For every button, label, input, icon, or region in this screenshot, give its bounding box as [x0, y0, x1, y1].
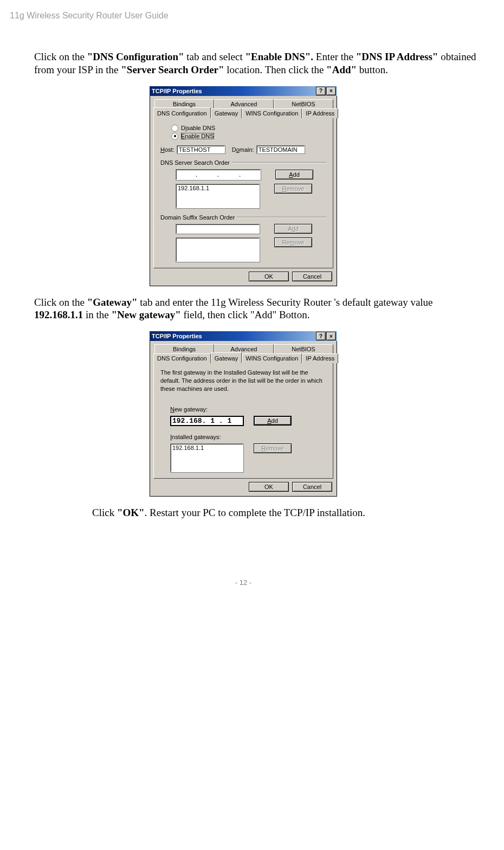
domain-input[interactable]: TESTDOMAIN: [256, 145, 305, 154]
add-button[interactable]: Add: [275, 170, 313, 179]
tab-bindings[interactable]: Bindings: [154, 344, 214, 353]
radio-icon: [171, 125, 178, 132]
text-bold: "Add": [326, 64, 357, 75]
titlebar[interactable]: TCP/IP Properties ? ×: [150, 86, 337, 96]
suffix-input[interactable]: [176, 224, 260, 234]
ok-button[interactable]: OK: [249, 482, 289, 492]
window-title: TCP/IP Properties: [152, 333, 202, 339]
dns-ip-input[interactable]: ...: [176, 169, 261, 181]
paragraph-1: Click on the "DNS Configuration" tab and…: [34, 50, 477, 76]
paragraph-3: Click "OK". Restart your PC to complete …: [92, 506, 477, 519]
text: Click: [92, 507, 117, 518]
radio-label: Enable DNS: [181, 133, 214, 139]
tab-advanced[interactable]: Advanced: [214, 99, 274, 108]
host-label: Host:: [160, 146, 175, 153]
add-button[interactable]: Add: [274, 224, 312, 234]
help-button[interactable]: ?: [316, 87, 326, 95]
text: tab and select: [184, 51, 245, 62]
radio-label: Disable DNS: [181, 125, 215, 131]
help-button[interactable]: ?: [316, 332, 326, 340]
page-header: 11g Wireless Security Router User Guide: [10, 11, 477, 21]
text-bold: "Enable DNS".: [245, 51, 313, 62]
window-title: TCP/IP Properties: [152, 88, 202, 94]
host-input[interactable]: TESTHOST: [177, 145, 225, 154]
tab-ip-address[interactable]: IP Address: [302, 353, 338, 363]
installed-gateways-list[interactable]: 192.168.1.1: [170, 443, 244, 473]
tab-wins-configuration[interactable]: WINS Configuration: [242, 353, 302, 363]
text: tab and enter the 11g Wireless Security …: [138, 297, 433, 308]
text-bold: 192.168.1.1: [34, 309, 83, 320]
radio-enable-dns[interactable]: Enable DNS: [171, 133, 326, 140]
text-bold: "Server Search Order": [121, 64, 224, 75]
close-button[interactable]: ×: [326, 332, 336, 340]
radio-disable-dns[interactable]: Disable DNS: [171, 125, 326, 132]
text-bold: "DNS Configuration": [87, 51, 184, 62]
ok-button[interactable]: OK: [249, 272, 289, 281]
close-button[interactable]: ×: [326, 87, 336, 95]
remove-button[interactable]: Remove: [274, 237, 312, 247]
remove-button[interactable]: Remove: [254, 443, 292, 453]
text: in the: [83, 309, 111, 320]
domain-label: Domain:: [232, 146, 254, 153]
tab-ip-address[interactable]: IP Address: [302, 108, 338, 118]
tcpip-properties-dialog-gateway: TCP/IP Properties ? × Bindings Advanced …: [150, 331, 337, 497]
text: button.: [357, 64, 388, 75]
explanation-text: The first gateway in the Installed Gatew…: [160, 369, 326, 393]
tab-dns-configuration[interactable]: DNS Configuration: [153, 107, 211, 118]
text: Click on the: [34, 297, 87, 308]
tab-netbios[interactable]: NetBIOS: [274, 99, 333, 108]
radio-icon: [171, 133, 178, 140]
text-bold: "New gateway": [112, 309, 181, 320]
text: field, then click "Add" Botton.: [181, 309, 310, 320]
text: Click on the: [34, 51, 87, 62]
page-footer: - 12 -: [10, 578, 477, 587]
text-bold: "OK": [117, 507, 145, 518]
text: Enter the: [313, 51, 356, 62]
tab-netbios[interactable]: NetBIOS: [274, 344, 333, 353]
tab-wins-configuration[interactable]: WINS Configuration: [242, 108, 302, 118]
add-button[interactable]: Add: [254, 416, 292, 426]
installed-gateways-label: Installed gateways:: [170, 434, 326, 440]
new-gateway-input[interactable]: 192.168. 1 . 1: [170, 416, 244, 426]
cancel-button[interactable]: Cancel: [292, 272, 332, 281]
cancel-button[interactable]: Cancel: [292, 482, 332, 492]
text-bold: "Gateway": [87, 297, 138, 308]
group-label: DNS Server Search Order: [160, 159, 230, 166]
remove-button[interactable]: Remove: [274, 184, 312, 194]
dns-list[interactable]: 192.168.1.1: [176, 184, 260, 209]
text: location. Then click the: [224, 64, 327, 75]
tab-gateway[interactable]: Gateway: [211, 108, 242, 118]
tcpip-properties-dialog-dns: TCP/IP Properties ? × Bindings Advanced …: [150, 86, 337, 286]
text: . Restart your PC to complete the TCP/IP…: [145, 507, 365, 518]
suffix-list[interactable]: [176, 237, 260, 262]
group-label: Domain Suffix Search Order: [160, 214, 235, 221]
titlebar[interactable]: TCP/IP Properties ? ×: [150, 331, 337, 341]
tab-dns-configuration[interactable]: DNS Configuration: [153, 353, 211, 363]
new-gateway-label: New gateway:: [170, 406, 326, 413]
text-bold: "DNS IP Address": [356, 51, 438, 62]
tab-gateway[interactable]: Gateway: [211, 352, 242, 363]
paragraph-2: Click on the "Gateway" tab and enter the…: [34, 296, 477, 322]
